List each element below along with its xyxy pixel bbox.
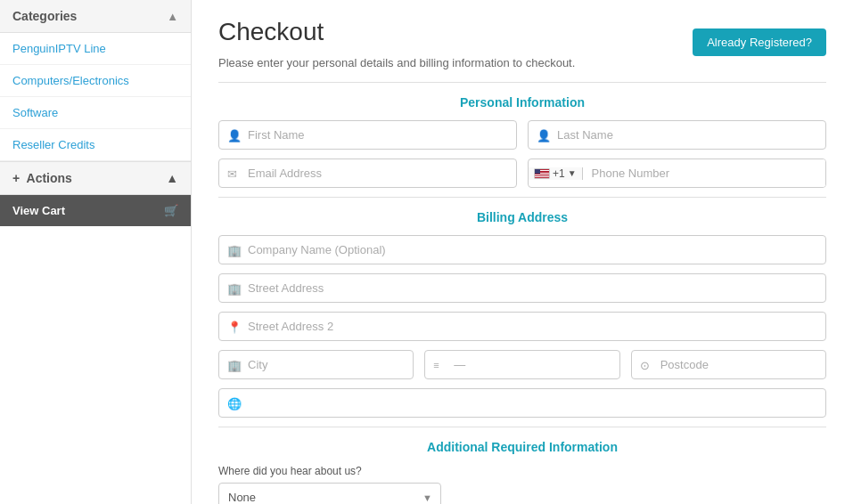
where-label: Where did you hear about us? [218, 465, 826, 477]
postcode-input[interactable] [631, 350, 826, 379]
last-name-input[interactable] [528, 120, 826, 150]
phone-dropdown-icon: ▼ [568, 168, 577, 178]
additional-info-title: Additional Required Information [218, 440, 826, 454]
plus-icon: + [12, 171, 20, 185]
cart-icon: 🛒 [164, 204, 178, 217]
main-content: Checkout Already Registered? Please ente… [192, 0, 853, 504]
country-code: +1 [553, 167, 565, 180]
view-cart-label: View Cart [12, 204, 65, 217]
state-input[interactable] [424, 350, 619, 379]
state-group: ≡ [424, 350, 619, 379]
street2-input[interactable] [218, 312, 826, 341]
billing-address-title: Billing Address [218, 210, 826, 224]
name-row: 👤 👤 [218, 120, 826, 150]
sidebar-item-software[interactable]: Software [0, 97, 191, 129]
first-name-group: 👤 [218, 120, 517, 150]
first-name-input[interactable] [218, 120, 517, 150]
company-input[interactable] [218, 235, 826, 264]
street-row: 🏢 [218, 273, 826, 303]
postcode-group: ⊙ [631, 350, 826, 379]
categories-header: Categories ▲ [0, 0, 191, 33]
checkout-subtitle: Please enter your personal details and b… [218, 56, 826, 69]
street2-row: 📍 [218, 312, 826, 341]
phone-country-selector[interactable]: +1 ▼ [529, 167, 583, 180]
sidebar-item-computers[interactable]: Computers/Electronics [0, 65, 191, 97]
country-row: 🌐 United States [218, 388, 826, 418]
already-registered-button[interactable]: Already Registered? [693, 28, 826, 56]
country-input[interactable]: United States [218, 388, 826, 418]
city-state-row: 🏢 ≡ ⊙ [218, 350, 826, 379]
divider-1 [218, 82, 826, 83]
additional-section: Where did you hear about us? None Google… [218, 465, 826, 504]
country-group: 🌐 United States [218, 388, 826, 418]
divider-2 [218, 197, 826, 198]
us-flag-icon [534, 168, 550, 179]
email-group: ✉ [218, 159, 517, 188]
personal-info-title: Personal Information [218, 95, 826, 110]
phone-input[interactable] [583, 159, 825, 187]
where-select[interactable]: None Google Friend Other [218, 483, 441, 504]
actions-label: + Actions [12, 171, 72, 185]
company-group: 🏢 [218, 235, 826, 264]
categories-chevron-icon: ▲ [167, 10, 178, 23]
phone-wrapper: +1 ▼ [528, 159, 826, 188]
actions-chevron-icon: ▲ [166, 171, 178, 185]
company-row: 🏢 [218, 235, 826, 264]
phone-group: +1 ▼ [528, 159, 826, 188]
email-input[interactable] [218, 159, 517, 188]
categories-label: Categories [12, 9, 77, 23]
street2-group: 📍 [218, 312, 826, 341]
contact-row: ✉ +1 ▼ [218, 159, 826, 188]
street-input[interactable] [218, 273, 826, 303]
sidebar: Categories ▲ PenguinIPTV Line Computers/… [0, 0, 192, 504]
actions-header: + Actions ▲ [0, 161, 191, 195]
last-name-group: 👤 [528, 120, 826, 150]
city-input[interactable] [218, 350, 414, 379]
sidebar-item-penguiniptv[interactable]: PenguinIPTV Line [0, 33, 191, 65]
sidebar-item-reseller[interactable]: Reseller Credits [0, 129, 191, 161]
street-group: 🏢 [218, 273, 826, 303]
where-select-wrapper: None Google Friend Other [218, 483, 441, 504]
divider-3 [218, 427, 826, 427]
view-cart-button[interactable]: View Cart 🛒 [0, 195, 191, 226]
city-group: 🏢 [218, 350, 414, 379]
